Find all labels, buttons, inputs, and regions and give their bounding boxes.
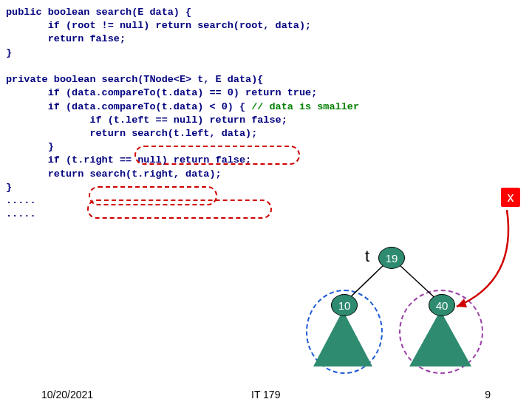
- code-line: }: [6, 141, 54, 152]
- code-line: .....: [6, 208, 36, 219]
- code-line: private boolean search(TNode<E> t, E dat…: [6, 74, 263, 85]
- node-value: 10: [338, 299, 351, 312]
- dashed-oval-right: [399, 290, 483, 374]
- code-line: public boolean search(E data) {: [6, 7, 191, 18]
- code-line: if (data.compareTo(t.data) < 0) {: [6, 101, 251, 112]
- dashed-oval-left: [306, 290, 383, 374]
- code-line: }: [6, 182, 12, 193]
- code-block: public boolean search(E data) { if (root…: [6, 6, 359, 222]
- code-line: return search(t.right, data);: [6, 168, 222, 180]
- code-comment: // data is smaller: [251, 101, 359, 112]
- code-line: if (t.right == null) return false;: [6, 154, 251, 166]
- footer-page: 9: [485, 389, 491, 399]
- code-line: if (root != null) return search(root, da…: [6, 20, 311, 31]
- code-line: .....: [6, 195, 36, 206]
- footer-course: IT 179: [251, 389, 280, 399]
- svg-line-0: [344, 265, 384, 303]
- footer-date: 10/20/2021: [41, 389, 93, 399]
- node-value: 19: [386, 252, 398, 265]
- code-line: return false;: [6, 33, 126, 44]
- svg-line-1: [399, 265, 440, 303]
- pointer-label-t: t: [365, 247, 369, 266]
- code-line: if (data.compareTo(t.data) == 0) return …: [6, 87, 317, 98]
- code-line: return search(t.left, data);: [6, 128, 257, 139]
- code-line: if (t.left == null) return false;: [6, 115, 287, 126]
- x-marker: x: [501, 188, 520, 207]
- code-line: }: [6, 47, 12, 58]
- svg-marker-2: [457, 299, 467, 307]
- triangle-left: [313, 310, 372, 366]
- tree-node-right: 40: [429, 294, 455, 316]
- node-value: 40: [436, 299, 449, 312]
- tree-node-root: 19: [378, 247, 405, 269]
- tree-node-left: 10: [331, 294, 358, 316]
- triangle-right: [409, 310, 471, 366]
